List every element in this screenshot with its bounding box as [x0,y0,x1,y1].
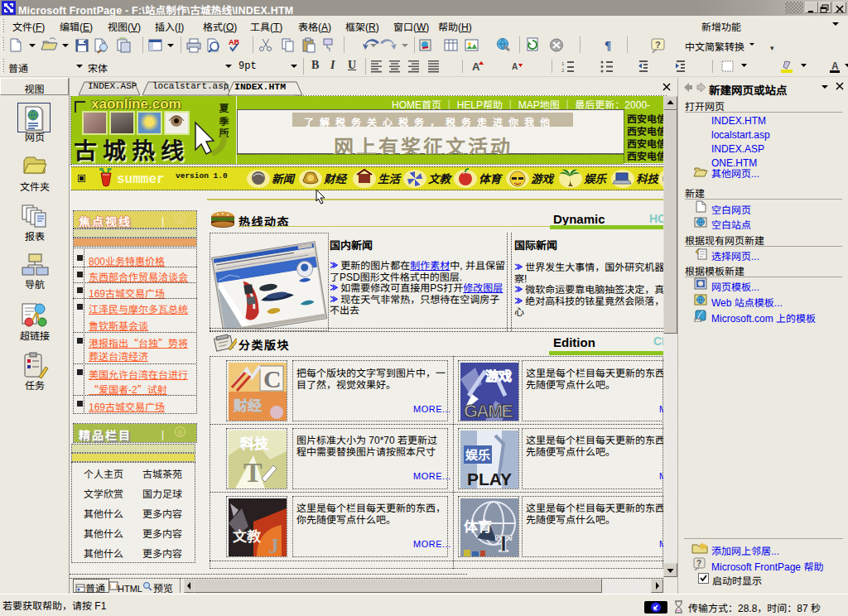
svg-text:娱乐: 娱乐 [465,445,490,463]
svg-text:A: A [472,60,480,73]
svg-text:科技: 科技 [240,432,269,453]
svg-text:体育: 体育 [479,170,504,186]
svg-text:游戏: 游戏 [531,170,556,186]
svg-text:?: ? [655,37,661,51]
svg-text:C: C [263,365,282,392]
svg-text:T: T [495,529,512,556]
svg-text:新闻: 新闻 [272,170,296,186]
svg-text:2: 2 [561,66,565,73]
svg-text:生活: 生活 [378,170,402,186]
svg-text:?: ? [696,557,701,569]
svg-text:A: A [831,60,839,72]
svg-text:财经: 财经 [233,394,262,415]
svg-text:体育: 体育 [464,515,492,536]
svg-text:科技: 科技 [636,170,661,186]
svg-text:T: T [243,457,263,488]
svg-text:PLAY: PLAY [467,469,512,488]
svg-text:文教: 文教 [428,170,453,186]
svg-text:J: J [268,534,279,556]
svg-text:游戏: 游戏 [485,365,512,385]
svg-text:GAME: GAME [464,401,513,421]
svg-text:A: A [512,60,518,72]
svg-text:娱乐: 娱乐 [584,170,608,186]
svg-text:¶: ¶ [605,39,611,52]
svg-text:文教: 文教 [233,525,262,546]
svg-text:AB: AB [229,36,239,47]
svg-text:财经: 财经 [323,170,348,186]
